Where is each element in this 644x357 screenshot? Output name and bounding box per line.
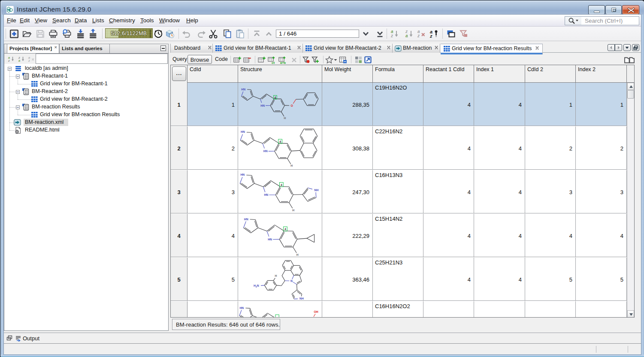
menu-chemistry[interactable]: Chemistry xyxy=(109,17,135,24)
tree-item-grid-view-bm-reaction-results[interactable]: Grid view for BM-reaction Results xyxy=(4,111,167,119)
cell-index1[interactable] xyxy=(474,301,525,318)
tree-filter-input[interactable] xyxy=(36,54,168,64)
tree-item-readme-html[interactable]: README.html xyxy=(4,126,167,134)
column-header-structure[interactable]: Structure xyxy=(238,65,322,83)
import-icon[interactable] xyxy=(76,29,86,39)
cell-index1[interactable]: 4 xyxy=(474,126,525,170)
undo-icon[interactable] xyxy=(181,29,191,39)
tab-bm-reaction[interactable]: BM-reaction xyxy=(393,44,440,53)
table-row[interactable]: 3 3 HNHN4HNH 247,30 C16H13N3 4 4 3 3 xyxy=(171,170,627,214)
cell-formula[interactable]: C25H21N3 xyxy=(373,258,423,301)
row-header[interactable]: 3 xyxy=(171,170,187,213)
tab-list-dropdown-button[interactable] xyxy=(623,44,631,51)
row-header[interactable] xyxy=(171,301,187,318)
minimize-button[interactable] xyxy=(588,5,605,15)
scroll-up-button[interactable] xyxy=(627,83,634,90)
cell-index2[interactable]: 2 xyxy=(576,126,627,170)
cell-mol_weight[interactable]: 308,38 xyxy=(322,126,373,170)
cell-index2[interactable]: 5 xyxy=(576,258,627,301)
cell-reactant1_cdid[interactable]: 4 xyxy=(423,83,474,126)
maximize-button[interactable] xyxy=(605,5,622,15)
table-row[interactable]: 1 1 HNHN4HO 288,35 C19H16N2O 4 4 1 1 xyxy=(171,83,627,126)
tree-item-grid-view-bm-reactant-2[interactable]: Grid view for BM-Reactant-2 xyxy=(4,96,167,103)
column-header-mol-weight[interactable]: Mol Weight xyxy=(322,65,373,83)
tab-close-icon[interactable] xyxy=(297,45,301,50)
tree-sort-descending-icon[interactable]: za xyxy=(18,55,25,63)
cell-reactant1_cdid[interactable]: 4 xyxy=(423,126,474,170)
tree-item-grid-view-bm-reactant-1[interactable]: Grid view for BM-Reactant-1 xyxy=(4,80,167,88)
cell-formula[interactable]: C16H16N2O2 xyxy=(373,301,423,318)
scroll-down-button[interactable] xyxy=(627,310,634,318)
print-preview-icon[interactable] xyxy=(62,29,72,39)
cell-index1[interactable]: 4 xyxy=(474,83,525,126)
tab-dashboard[interactable]: Dashboard xyxy=(170,44,213,53)
print-icon[interactable] xyxy=(48,29,58,39)
cell-cdid[interactable]: 3 xyxy=(187,170,238,213)
cell-formula[interactable]: C19H16N2O xyxy=(373,83,423,126)
structure-image[interactable]: HNHN4HO xyxy=(238,83,322,126)
layout-grid-icon[interactable] xyxy=(354,56,363,64)
tree-sort-ascending-icon[interactable]: az xyxy=(8,55,15,63)
table-row[interactable]: 4 4 HNHN4H 222,29 C15H14N2 4 4 4 4 xyxy=(171,214,627,258)
column-header-cdid[interactable]: CdId xyxy=(187,65,238,83)
close-button[interactable] xyxy=(622,5,639,15)
tab-grid-view-bm-reaction-results[interactable]: Grid view for BM-reaction Results xyxy=(441,44,543,54)
structure-image[interactable]: HNHN4HNH xyxy=(238,170,322,213)
cell-index2[interactable]: 3 xyxy=(576,170,627,213)
tab-projects-close-icon[interactable]: × xyxy=(54,45,57,50)
row-header[interactable]: 2 xyxy=(171,126,187,170)
cell-mol_weight[interactable]: 363,46 xyxy=(322,258,373,301)
sort-options-icon[interactable]: az xyxy=(429,29,439,39)
tab-close-icon[interactable] xyxy=(208,45,212,50)
menu-window[interactable]: Window xyxy=(159,17,180,24)
tab-close-icon[interactable] xyxy=(387,45,391,50)
cell-index1[interactable]: 4 xyxy=(474,214,525,257)
cell-cdid2[interactable]: 2 xyxy=(525,126,576,170)
add-calculated-field-icon[interactable]: a+b xyxy=(278,56,287,64)
maximize-view-button[interactable] xyxy=(632,44,639,51)
structure-image[interactable]: HNHN4H xyxy=(238,126,322,170)
column-header-index1[interactable]: Index 1 xyxy=(474,65,525,83)
row-header[interactable]: 4 xyxy=(171,214,187,257)
redo-icon[interactable] xyxy=(197,29,207,39)
cell-cdid2[interactable] xyxy=(525,301,576,318)
cell-cdid2[interactable]: 5 xyxy=(525,258,576,301)
mode-query-button[interactable]: Query xyxy=(172,56,187,62)
cell-formula[interactable]: C22H16N2 xyxy=(373,126,423,170)
paste-icon[interactable] xyxy=(235,29,245,39)
export-icon[interactable] xyxy=(88,29,98,39)
structure-image[interactable]: HNHN4H xyxy=(238,214,322,257)
cell-mol_weight[interactable]: 247,30 xyxy=(322,170,373,213)
cell-index2[interactable]: 1 xyxy=(576,83,627,126)
search-icon[interactable] xyxy=(565,17,581,25)
delete-row-icon[interactable] xyxy=(243,56,251,64)
clear-sort-icon[interactable]: az xyxy=(416,29,426,39)
open-in-new-icon[interactable] xyxy=(364,56,372,64)
save-icon[interactable] xyxy=(35,29,45,39)
tree-item-bm-reaction-results[interactable]: BM-reaction Results xyxy=(4,103,167,111)
restore-window-icon[interactable] xyxy=(6,335,12,341)
column-header-cdid2[interactable]: CdId 2 xyxy=(525,65,576,83)
menu-edit[interactable]: Edit xyxy=(20,17,30,24)
tab-lists-queries[interactable]: Lists and queries xyxy=(59,44,110,53)
scroll-tabs-right-button[interactable] xyxy=(615,44,622,51)
minimize-panel-icon[interactable] xyxy=(160,45,166,51)
tree-item-bm-reactant-1[interactable]: BM-Reactant-1 xyxy=(4,72,167,80)
cell-cdid2[interactable]: 4 xyxy=(525,214,576,257)
open-project-icon[interactable] xyxy=(22,29,32,39)
record-position-field[interactable]: 1 / 646 xyxy=(276,30,359,38)
scrollbar-thumb[interactable] xyxy=(627,90,634,99)
sort-ascending-icon[interactable]: az xyxy=(390,29,400,39)
add-chemical-terms-field-icon[interactable]: ct xyxy=(268,56,276,64)
last-record-icon[interactable] xyxy=(375,29,385,39)
mode-browse-button[interactable]: Browse xyxy=(187,55,212,64)
tab-grid-view-bm-reactant-2[interactable]: Grid view for BM-Reactant-2 xyxy=(303,44,393,53)
row-header[interactable]: 1 xyxy=(171,83,187,126)
cell-formula[interactable]: C16H13N3 xyxy=(373,170,423,213)
scheduler-cube-icon[interactable] xyxy=(165,29,175,39)
cell-index2[interactable]: 4 xyxy=(576,214,627,257)
grid-corner-button[interactable]: ... xyxy=(172,66,186,81)
filter-red-icon[interactable] xyxy=(302,56,310,64)
menu-file[interactable]: File xyxy=(7,17,16,24)
cell-cdid[interactable]: 5 xyxy=(187,258,238,301)
